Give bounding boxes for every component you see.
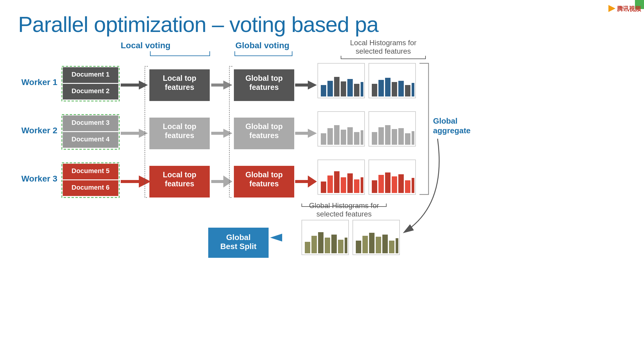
h1b1 bbox=[321, 85, 326, 96]
worker3-hist-arrow bbox=[295, 175, 317, 188]
local-hist-bracket bbox=[341, 56, 426, 59]
gh1b6 bbox=[338, 240, 343, 253]
slide: ▶ 腾讯视频 Parallel optimization – voting ba… bbox=[0, 0, 644, 357]
watermark: ▶ 腾讯视频 bbox=[608, 3, 641, 13]
worker3-global-feat-text2: features bbox=[249, 179, 279, 188]
global-vote-label-bracket bbox=[235, 51, 292, 56]
main-diagram: Local voting Global voting Local Histogr… bbox=[18, 36, 626, 332]
worker1-doc2-text: Document 2 bbox=[72, 87, 110, 95]
local-vote-label-bracket bbox=[150, 51, 210, 56]
worker3-local-feat-text1: Local top bbox=[163, 170, 196, 179]
h5b7 bbox=[361, 177, 363, 193]
gh2b4 bbox=[376, 237, 381, 253]
worker1-global-feat-text1: Global top bbox=[245, 74, 283, 82]
worker2-hist-arrow bbox=[295, 129, 317, 138]
gh1b7 bbox=[345, 238, 347, 253]
local-voting-label: Local voting bbox=[121, 41, 171, 50]
h5b2 bbox=[327, 175, 333, 193]
h2b1 bbox=[372, 84, 377, 96]
slide-title: Parallel optimization – voting based pa bbox=[18, 12, 626, 37]
global-best-split-text2: Best Split bbox=[220, 242, 257, 251]
h5b6 bbox=[354, 179, 359, 193]
gh2b5 bbox=[382, 235, 388, 253]
global-best-split-arrow bbox=[270, 234, 299, 242]
worker2-doc3-text: Document 3 bbox=[72, 119, 110, 126]
global-voting-label: Global voting bbox=[235, 41, 289, 50]
h5b5 bbox=[347, 173, 353, 193]
worker1-doc1-text: Document 1 bbox=[72, 71, 110, 78]
gh2b2 bbox=[362, 236, 368, 253]
h3b2 bbox=[327, 128, 333, 145]
worker3-label: Worker 3 bbox=[21, 174, 57, 183]
gh1b1 bbox=[305, 242, 310, 253]
h4b6 bbox=[405, 133, 410, 145]
h4b5 bbox=[398, 128, 404, 145]
h6b4 bbox=[392, 176, 397, 193]
h2b4 bbox=[392, 82, 397, 96]
gh1b4 bbox=[325, 238, 330, 253]
h6b1 bbox=[372, 180, 377, 193]
worker3-doc5-text: Document 5 bbox=[72, 167, 110, 175]
h4b1 bbox=[372, 132, 377, 145]
h6b5 bbox=[398, 174, 404, 193]
h1b4 bbox=[341, 81, 346, 96]
worker1-hist-arrow bbox=[295, 81, 317, 90]
h6b2 bbox=[378, 175, 384, 193]
h4b3 bbox=[385, 125, 391, 145]
worker2-global-feat-text2: features bbox=[249, 131, 279, 140]
worker3-global-feat-text1: Global top bbox=[245, 170, 283, 179]
global-hist-label-2: selected features bbox=[317, 210, 372, 218]
local-hist-label-1: Local Histograms for bbox=[350, 39, 416, 47]
worker1-local-feat-text2: features bbox=[165, 83, 194, 91]
h3b4 bbox=[341, 130, 346, 145]
worker1-arrow bbox=[121, 81, 148, 90]
h6b7 bbox=[412, 178, 414, 193]
h1b7 bbox=[361, 82, 363, 96]
h1b3 bbox=[334, 77, 340, 96]
gh1b5 bbox=[331, 235, 337, 253]
h2b7 bbox=[412, 83, 414, 96]
h5b1 bbox=[321, 182, 326, 193]
gh1b3 bbox=[318, 232, 324, 253]
worker2-arrow bbox=[121, 129, 148, 138]
h4b2 bbox=[378, 127, 384, 145]
global-aggregate-label-2: aggregate bbox=[433, 126, 470, 135]
worker2-global-feat-text1: Global top bbox=[245, 122, 283, 131]
worker3-arrow bbox=[121, 175, 151, 188]
worker2-local-feat-text1: Local top bbox=[163, 122, 196, 131]
h2b2 bbox=[378, 80, 384, 96]
h1b6 bbox=[354, 84, 359, 96]
h2b3 bbox=[385, 78, 391, 96]
h6b6 bbox=[405, 180, 410, 193]
h3b1 bbox=[321, 133, 326, 145]
h6b3 bbox=[385, 172, 391, 193]
gh2b3 bbox=[369, 233, 375, 253]
right-bracket bbox=[419, 63, 429, 194]
h4b4 bbox=[392, 129, 397, 145]
gh2b6 bbox=[389, 241, 394, 253]
h4b7 bbox=[412, 131, 414, 145]
worker3-doc6-text: Document 6 bbox=[72, 184, 110, 191]
worker1-label: Worker 1 bbox=[21, 77, 57, 87]
worker1-local-feat-text1: Local top bbox=[163, 74, 196, 82]
global-aggregate-label-1: Global bbox=[433, 116, 457, 125]
gh2b7 bbox=[396, 238, 398, 253]
worker2-label: Worker 2 bbox=[21, 126, 57, 135]
h1b5 bbox=[347, 79, 353, 96]
h3b6 bbox=[354, 132, 359, 145]
h2b5 bbox=[398, 81, 404, 96]
h1b2 bbox=[327, 81, 333, 96]
global-hist-label-1: Global Histograms for bbox=[309, 201, 379, 210]
gh1b2 bbox=[311, 236, 317, 253]
worker1-global-feat-text2: features bbox=[249, 83, 279, 91]
worker2-local-feat-text2: features bbox=[165, 131, 194, 140]
h5b4 bbox=[341, 177, 346, 193]
h5b3 bbox=[334, 171, 340, 193]
gh2b1 bbox=[356, 241, 361, 253]
h3b7 bbox=[361, 130, 363, 145]
local-hist-label-2: selected features bbox=[356, 47, 411, 55]
worker2-doc4-text: Document 4 bbox=[72, 135, 110, 143]
global-best-split-text1: Global bbox=[226, 233, 251, 242]
h3b5 bbox=[347, 127, 353, 145]
h3b3 bbox=[334, 125, 340, 145]
